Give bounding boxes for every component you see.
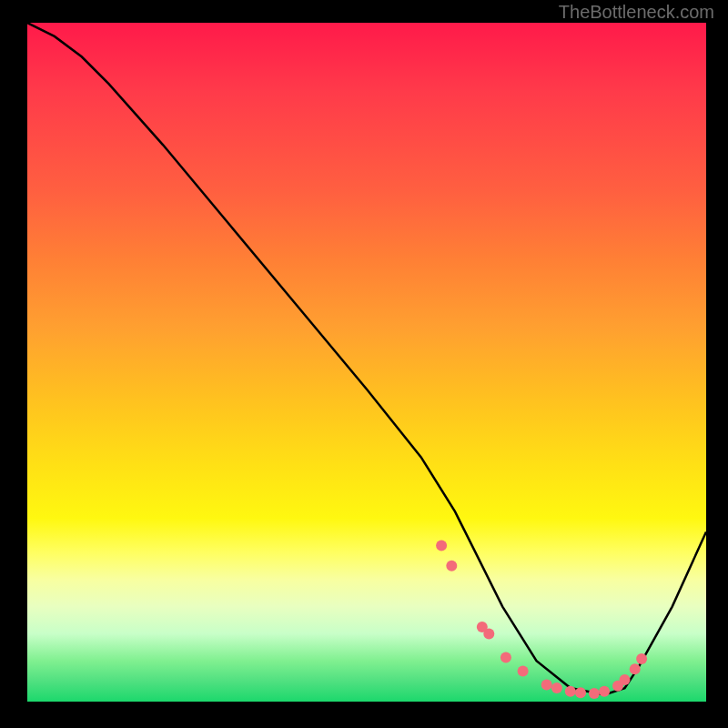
- marker-point: [500, 652, 511, 663]
- marker-point: [599, 686, 610, 697]
- marker-point: [589, 688, 600, 699]
- marker-point: [436, 540, 447, 551]
- marker-point: [518, 665, 529, 676]
- marker-point: [630, 663, 641, 674]
- marker-point: [575, 687, 586, 698]
- marker-point: [620, 674, 631, 685]
- marker-point: [636, 653, 647, 664]
- attribution-text: TheBottleneck.com: [559, 2, 714, 23]
- marker-point: [551, 682, 562, 693]
- marker-point: [446, 561, 457, 571]
- plot-area: [27, 23, 706, 702]
- marker-point: [565, 686, 576, 697]
- chart-container: TheBottleneck.com: [0, 0, 728, 728]
- curve-line: [27, 23, 706, 695]
- chart-svg: [27, 23, 706, 702]
- marker-group: [436, 540, 647, 699]
- marker-point: [541, 679, 552, 690]
- marker-point: [483, 628, 494, 639]
